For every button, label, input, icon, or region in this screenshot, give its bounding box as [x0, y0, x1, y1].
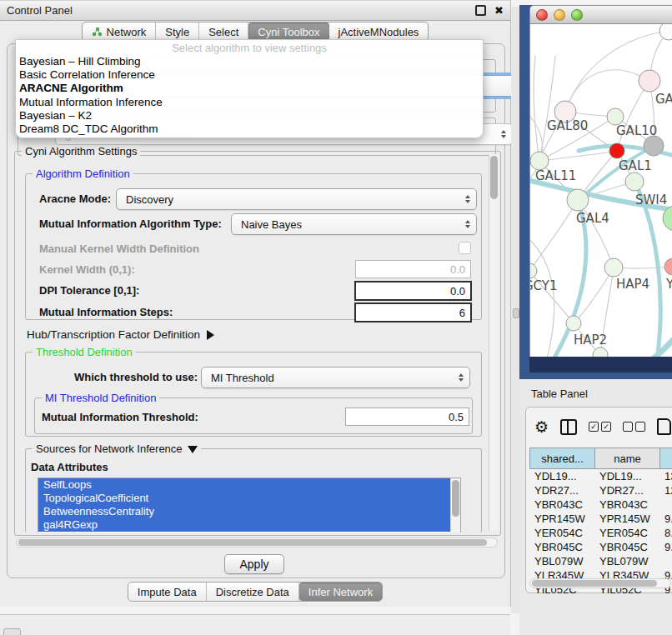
mi-type-combo[interactable]: Naive Bayes	[231, 213, 477, 235]
tab-cyni-toolbox[interactable]: Cyni Toolbox	[248, 22, 328, 41]
attributes-scrollbar[interactable]	[450, 478, 460, 532]
network-canvas[interactable]: GALGAL80GAL10GAL1GAL11SWI4GAL4GCY1HAP4YH…	[529, 24, 672, 357]
settings-horizontal-scrollbar[interactable]	[16, 538, 498, 548]
dropdown-item[interactable]: Mutual Information Inference	[16, 96, 483, 109]
table-panel-body: ⚙ ✓✓ shared...name YDL19...YDL19...13YDR…	[525, 407, 672, 593]
attribute-item[interactable]: SelfLoops	[38, 478, 460, 492]
splitter-handle[interactable]	[513, 308, 519, 318]
table-row[interactable]: YBL079WYBL079W	[529, 554, 672, 568]
node-label: GAL80	[547, 118, 588, 133]
settings-vertical-scrollbar[interactable]	[489, 154, 499, 531]
control-panel-window: Control Panel ✖ NetworkStyleSelectCyni T…	[0, 0, 511, 607]
node-label: GAL4	[576, 211, 609, 226]
algorithm-dropdown-popup: Select algorithm to view settings Bayesi…	[15, 39, 484, 138]
split-columns-icon[interactable]	[560, 419, 577, 435]
attribute-item[interactable]: TopologicalCoefficient	[38, 492, 460, 505]
network-node-y[interactable]	[664, 258, 672, 275]
checked-pair-icon[interactable]: ✓✓	[589, 422, 611, 432]
dpi-tolerance-field[interactable]: 0.0	[354, 281, 472, 301]
table-horizontal-scrollbar[interactable]	[529, 578, 671, 588]
network-node-gal4[interactable]	[567, 189, 589, 211]
manual-kernel-checkbox[interactable]	[459, 242, 471, 254]
dropdown-item[interactable]: Basic Correlation Inference	[16, 68, 483, 82]
control-panel-title: Control Panel	[7, 4, 73, 17]
mi-threshold-legend: MI Threshold Definition	[42, 392, 159, 404]
column-header[interactable]: name	[595, 448, 660, 468]
footer-strip	[0, 614, 510, 635]
apply-button[interactable]: Apply	[224, 554, 284, 574]
gear-icon[interactable]: ⚙	[534, 419, 549, 435]
table-row[interactable]: YBR043CYBR043C	[529, 498, 672, 512]
attribute-item[interactable]: BetweennessCentrality	[38, 505, 460, 518]
dpi-tolerance-label: DPI Tolerance [0,1]:	[39, 284, 139, 297]
table-row[interactable]: YDL19...YDL19...13	[529, 469, 672, 483]
table-toolbar: ⚙ ✓✓	[534, 416, 671, 438]
mi-steps-field[interactable]: 6	[354, 302, 472, 322]
which-threshold-label: Which threshold to use:	[74, 371, 198, 383]
document-icon[interactable]	[657, 418, 671, 435]
column-header[interactable]	[660, 448, 672, 468]
network-node-swi4[interactable]	[625, 172, 644, 191]
data-attributes-label: Data Attributes	[31, 461, 108, 473]
data-attributes-list[interactable]: SelfLoopsTopologicalCoefficientBetweenne…	[38, 478, 461, 532]
dropdown-item[interactable]: ARACNE Algorithm	[16, 82, 483, 95]
hub-definition-toggle[interactable]: Hub/Transcription Factor Definition	[27, 328, 214, 341]
kernel-width-field[interactable]: 0.0	[355, 260, 471, 278]
network-node[interactable]	[644, 136, 664, 156]
which-threshold-combo[interactable]: MI Threshold	[201, 367, 470, 388]
tab-discretize-data[interactable]: Discretize Data	[207, 582, 299, 601]
network-node-gal1[interactable]	[609, 143, 624, 158]
network-node-gcy1[interactable]	[530, 263, 537, 278]
tab-select[interactable]: Select	[199, 22, 248, 41]
table-row[interactable]: YER054CYER054C8.	[529, 526, 672, 540]
panel-splitter[interactable]	[511, 7, 519, 613]
network-window-titlebar[interactable]	[529, 5, 672, 24]
mi-threshold-group: MI Threshold Definition Mutual Informati…	[34, 398, 473, 434]
network-node-hap2[interactable]	[566, 316, 581, 331]
tab-style[interactable]: Style	[156, 22, 199, 41]
collapsed-panel-button[interactable]	[3, 628, 21, 635]
close-traffic-light-icon[interactable]	[536, 9, 548, 21]
threshold-definition-legend: Threshold Definition	[33, 346, 136, 358]
mi-type-label: Mutual Information Algorithm Type:	[39, 218, 222, 230]
table-header-row[interactable]: shared...name	[529, 448, 672, 469]
dropdown-item[interactable]: Bayesian – Hill Climbing	[16, 55, 483, 68]
aracne-mode-combo[interactable]: Discovery	[116, 188, 477, 210]
mi-threshold-label: Mutual Information Threshold:	[42, 411, 198, 423]
close-icon[interactable]: ✖	[494, 5, 504, 16]
network-node-gal11[interactable]	[530, 152, 549, 170]
tab-impute-data[interactable]: Impute Data	[128, 582, 207, 601]
manual-kernel-label: Manual Kernel Width Definition	[39, 242, 199, 255]
table-row[interactable]: YPR145WYPR145W9.	[529, 512, 672, 526]
sources-legend[interactable]: Sources for Network Inference	[33, 442, 201, 455]
network-node-gal10[interactable]	[607, 108, 624, 125]
tab-infer-network[interactable]: Infer Network	[299, 582, 382, 601]
network-edge	[539, 56, 555, 161]
sources-group: Sources for Network Inference Data Attri…	[25, 448, 482, 532]
cyni-algorithm-settings-legend: Cyni Algorithm Settings	[22, 145, 140, 158]
tab-network[interactable]: Network	[83, 22, 157, 41]
node-label: GAL1	[619, 158, 652, 173]
network-node[interactable]	[659, 24, 672, 40]
dropdown-item[interactable]: Bayesian – K2	[16, 109, 483, 122]
table-row[interactable]: YDR27...YDR27...12	[529, 483, 672, 498]
mi-threshold-field[interactable]: 0.5	[345, 408, 469, 426]
table-panel-title: Table Panel	[531, 388, 588, 400]
network-icon	[92, 27, 103, 37]
node-label: Y	[665, 277, 672, 292]
dropdown-item[interactable]: Dream8 DC_TDC Algorithm	[16, 122, 483, 136]
column-header[interactable]: shared...	[530, 448, 595, 468]
float-window-icon[interactable]	[475, 5, 486, 16]
network-node-hap4[interactable]	[604, 258, 623, 277]
minimize-traffic-light-icon[interactable]	[554, 9, 565, 21]
network-window: GALGAL80GAL10GAL1GAL11SWI4GAL4GCY1HAP4YH…	[529, 5, 672, 372]
network-edge	[534, 56, 539, 161]
tab-jactivemnodules[interactable]: jActiveMNodules	[329, 22, 429, 41]
zoom-traffic-light-icon[interactable]	[571, 9, 583, 21]
network-node-gal[interactable]	[639, 70, 660, 92]
control-panel-titlebar[interactable]: Control Panel ✖	[0, 0, 510, 21]
unchecked-pair-icon[interactable]	[623, 422, 645, 432]
table-row[interactable]: YBR045CYBR045C9.	[529, 540, 672, 554]
node-label: GCY1	[530, 278, 558, 293]
attribute-item[interactable]: gal4RGexp	[38, 518, 460, 532]
